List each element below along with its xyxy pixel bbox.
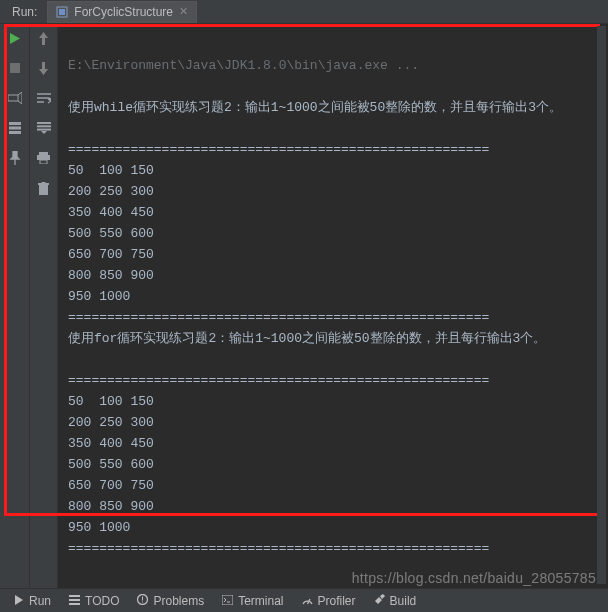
run-toolbar-left: [0, 24, 30, 588]
list-icon: [69, 594, 80, 608]
svg-rect-17: [42, 182, 46, 184]
toolwindow-problems[interactable]: Problems: [129, 590, 212, 612]
command-line: E:\Environment\Java\JDK1.8.0\bin\java.ex…: [68, 58, 419, 73]
terminal-icon: [222, 594, 233, 608]
toolwindow-run[interactable]: Run: [6, 590, 59, 612]
console-output[interactable]: E:\Environment\Java\JDK1.8.0\bin\java.ex…: [68, 32, 598, 588]
svg-marker-11: [41, 131, 47, 134]
svg-rect-4: [8, 95, 18, 101]
toolwindow-terminal[interactable]: Terminal: [214, 590, 291, 612]
print-icon[interactable]: [36, 150, 52, 166]
bottom-terminal-label: Terminal: [238, 594, 283, 608]
bottom-run-label: Run: [29, 594, 51, 608]
rerun-icon[interactable]: [7, 30, 23, 46]
app-icon: [56, 6, 68, 18]
svg-rect-25: [222, 595, 233, 605]
bottom-profiler-label: Profiler: [318, 594, 356, 608]
svg-rect-7: [9, 131, 21, 134]
bottom-todo-label: TODO: [85, 594, 119, 608]
stop-icon[interactable]: [7, 60, 23, 76]
scrollbar[interactable]: [597, 26, 606, 584]
svg-rect-23: [142, 596, 143, 600]
svg-rect-8: [37, 122, 51, 124]
svg-rect-14: [40, 160, 47, 164]
scroll-to-end-icon[interactable]: [36, 120, 52, 136]
svg-rect-12: [39, 152, 48, 155]
bottom-build-label: Build: [390, 594, 417, 608]
toolwindow-todo[interactable]: TODO: [61, 590, 127, 612]
down-icon[interactable]: [36, 60, 52, 76]
run-config-tab[interactable]: ForCyclicStructure ✕: [47, 1, 197, 23]
svg-rect-1: [59, 9, 65, 15]
toolwindow-profiler[interactable]: Profiler: [294, 590, 364, 612]
svg-marker-18: [15, 595, 23, 605]
console-lines: 使用while循环实现练习题2：输出1~1000之间能被50整除的数，并且每行输…: [68, 100, 562, 588]
play-icon: [14, 594, 24, 608]
bottom-problems-label: Problems: [153, 594, 204, 608]
pin-icon[interactable]: [7, 150, 23, 166]
svg-rect-13: [37, 155, 50, 160]
run-toolbar-inner: [30, 24, 58, 588]
svg-rect-10: [37, 129, 51, 131]
main-area: E:\Environment\Java\JDK1.8.0\bin\java.ex…: [0, 24, 608, 588]
clear-all-icon[interactable]: [36, 180, 52, 196]
run-tab-bar: Run: ForCyclicStructure ✕: [0, 0, 608, 24]
svg-rect-24: [142, 601, 143, 602]
soft-wrap-icon[interactable]: [36, 90, 52, 106]
run-label: Run:: [6, 5, 43, 19]
svg-rect-21: [69, 603, 80, 605]
hammer-icon: [374, 594, 385, 608]
layout-settings-icon[interactable]: [7, 90, 23, 106]
toolwindow-build[interactable]: Build: [366, 590, 425, 612]
console-panel: E:\Environment\Java\JDK1.8.0\bin\java.ex…: [58, 24, 608, 588]
gauge-icon: [302, 594, 313, 608]
tab-title: ForCyclicStructure: [74, 5, 173, 19]
svg-rect-3: [10, 63, 20, 73]
up-icon[interactable]: [36, 30, 52, 46]
svg-rect-15: [39, 185, 48, 195]
warning-icon: [137, 594, 148, 608]
svg-rect-9: [37, 125, 51, 127]
svg-rect-19: [69, 595, 80, 597]
close-icon[interactable]: ✕: [179, 5, 188, 18]
svg-rect-20: [69, 599, 80, 601]
svg-rect-6: [9, 127, 21, 130]
bottom-toolbar: Run TODO Problems Terminal Profiler Buil…: [0, 588, 608, 612]
layout-icon[interactable]: [7, 120, 23, 136]
svg-rect-5: [9, 122, 21, 125]
svg-marker-2: [10, 33, 20, 44]
